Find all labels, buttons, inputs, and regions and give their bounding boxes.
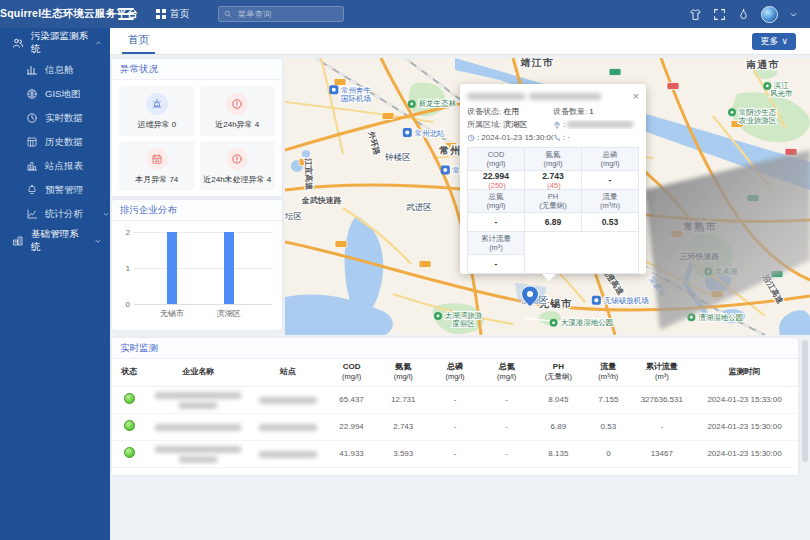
value-cell: 6.89	[533, 413, 585, 440]
chevron-down-icon[interactable]	[789, 10, 798, 19]
flame-icon[interactable]	[737, 8, 750, 21]
abnormal-card-0[interactable]: 运维异常 0	[119, 86, 195, 136]
sidebar-item-实时数据[interactable]: 实时数据	[0, 106, 110, 130]
metric-value: 0.53	[582, 213, 639, 232]
close-icon[interactable]: ×	[633, 91, 639, 102]
column-header-累计流量: 累计流量(m³)	[632, 359, 691, 386]
map-canvas[interactable]: 靖江市南通市张家港市常熟市常州市钟楼区武进区无锡市金坛区滨湖区新龙生态林黄泗浦生…	[285, 58, 810, 335]
x-tick-label: 滨湖区	[217, 308, 241, 319]
company-name-cell	[146, 413, 249, 440]
avatar[interactable]	[761, 6, 778, 23]
theme-icon[interactable]	[689, 8, 702, 21]
search-input[interactable]	[236, 8, 338, 20]
bar-无锡市[interactable]	[167, 232, 177, 304]
map-label: 靖江市	[520, 58, 554, 68]
sidebar-section-label: 基础管理系统	[31, 228, 87, 254]
fullscreen-icon[interactable]	[713, 8, 726, 21]
menu-search[interactable]	[218, 6, 344, 22]
window-scrollbar[interactable]	[802, 340, 808, 462]
sidebar-item-GIS地图[interactable]: GIS地图	[0, 82, 110, 106]
status-cell	[112, 413, 146, 440]
calendar-icon	[146, 148, 168, 170]
value-cell: 3.593	[377, 440, 429, 467]
value-cell: 2024-01-23 15:30:00	[691, 440, 798, 467]
enterprise-chart-panel: 排污企业分布 012无锡市滨湖区	[112, 200, 282, 330]
value-cell: -	[429, 386, 481, 413]
sidebar-section-1[interactable]: 基础管理系统	[0, 226, 110, 256]
metric-label: 总氮(mg/l)	[468, 190, 525, 213]
station-cell	[250, 386, 326, 413]
popup-info-cell: 设备状态: 在用	[467, 106, 553, 117]
more-button[interactable]: 更多∨	[752, 33, 796, 50]
bar-chart: 012无锡市滨湖区	[134, 232, 272, 304]
table-row[interactable]: 41.9333.593--8.1350134672024-01-23 15:30…	[112, 440, 798, 467]
menu-toggle-icon[interactable]	[118, 8, 134, 20]
sidebar-item-预警管理[interactable]: 预警管理	[0, 178, 110, 202]
column-header-流量: 流量(m³/h)	[584, 359, 632, 386]
map-label: 常阴沙生态农业旅游区	[738, 108, 777, 125]
popup-info-cell: : ·	[553, 133, 639, 142]
column-header-站点: 站点	[250, 359, 326, 386]
popup-field-label: 设备状态:	[467, 106, 501, 117]
home-grid-icon	[156, 9, 166, 19]
value-cell: 2024-01-23 15:33:00	[691, 386, 798, 413]
map-label: 无锡硕放机场	[604, 296, 649, 305]
metric-blank	[525, 232, 639, 274]
sidebar-section-label: 污染源监测系统	[31, 30, 88, 56]
breadcrumb[interactable]: 首页	[156, 7, 190, 21]
abnormal-card-3[interactable]: 近24h未处理异常 4	[200, 141, 276, 191]
exclamation-icon	[226, 148, 248, 170]
value-cell: 2.743	[377, 413, 429, 440]
table-row[interactable]: 22.9942.743--6.890.53-2024-01-23 15:30:0…	[112, 413, 798, 440]
top-bar: Squirrel生态环境云服务平台 首页	[0, 0, 810, 28]
gridline	[134, 232, 272, 233]
metric-label: 氨氮(mg/l)	[525, 148, 582, 171]
abnormal-card-1[interactable]: 近24h异常 4	[200, 86, 276, 136]
abnormal-card-label: 近24h未处理异常 4	[203, 174, 271, 185]
sidebar-item-信息舱[interactable]: 信息舱	[0, 58, 110, 82]
sidebar-item-统计分析[interactable]: 统计分析	[0, 202, 110, 226]
search-icon	[224, 10, 232, 19]
value-cell: 65.437	[326, 386, 378, 413]
sidebar-item-label: 历史数据	[45, 136, 83, 149]
popup-field-label: 设备数量:	[553, 106, 587, 117]
y-tick-label: 0	[126, 300, 130, 309]
metric-label: COD(mg/l)	[468, 148, 525, 171]
phone-icon	[553, 134, 561, 142]
metric-label: PH(无量纲)	[525, 190, 582, 213]
popup-info-row: : 2024-01-23 15:30:00: ·	[467, 131, 639, 144]
clock-icon	[467, 134, 475, 142]
column-header-PH: PH(无量纲)	[533, 359, 585, 386]
warning-icon	[26, 184, 38, 196]
popup-company-redacted	[467, 93, 525, 100]
metric-label: 总磷(mg/l)	[582, 148, 639, 171]
status-ok-dot	[124, 393, 135, 404]
table-row[interactable]: 65.43712.731--8.0457.155327636.5312024-0…	[112, 386, 798, 413]
sidebar-section-0[interactable]: 污染源监测系统	[0, 28, 110, 58]
sidebar-item-历史数据[interactable]: 历史数据	[0, 130, 110, 154]
caret-down-icon	[94, 237, 102, 245]
history-icon	[26, 136, 38, 148]
value-cell: -	[632, 413, 691, 440]
map-label: 漕湖湿地公园	[698, 313, 743, 322]
column-header-总磷: 总磷(mg/l)	[429, 359, 481, 386]
popup-info-row: 设备状态: 在用设备数量: 1	[467, 105, 639, 118]
siren-icon	[146, 93, 168, 115]
x-tick-label: 无锡市	[160, 308, 184, 319]
value-cell: 12.731	[377, 386, 429, 413]
metric-value: -	[468, 255, 525, 274]
metric-limit: (45)	[547, 181, 560, 190]
map-label: 江宜高速	[303, 157, 314, 190]
sidebar-item-站点报表[interactable]: 站点报表	[0, 154, 110, 178]
popup-field-value: ·	[567, 133, 570, 142]
popup-field-value: 2024-01-23 15:30:00	[481, 133, 553, 142]
bar-滨湖区[interactable]	[224, 232, 234, 304]
tab-home[interactable]: 首页	[122, 28, 155, 54]
clock-icon	[26, 112, 38, 124]
popup-field-value: 在用	[503, 106, 519, 117]
map-label: 金坛区	[285, 211, 302, 221]
popup-field-value: 1	[589, 107, 593, 116]
abnormal-card-2[interactable]: 本月异常 74	[119, 141, 195, 191]
metric-label: 累计流量(m³)	[468, 232, 525, 255]
map-label: 常州北站	[414, 129, 445, 138]
